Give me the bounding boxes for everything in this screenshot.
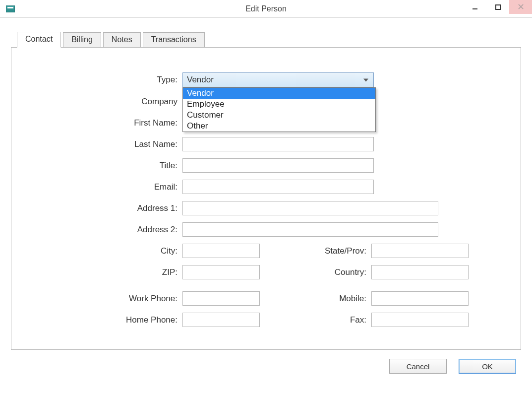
label-work-phone: Work Phone: — [36, 294, 182, 304]
label-type: Type: — [36, 75, 182, 85]
row-email: Email: — [36, 180, 496, 194]
tab-billing[interactable]: Billing — [63, 32, 101, 47]
tab-transactions[interactable]: Transactions — [143, 32, 205, 47]
client-area: Contact Billing Notes Transactions Type:… — [0, 18, 532, 384]
label-first-name: First Name: — [36, 118, 182, 128]
window-controls: ✕ — [464, 0, 532, 14]
cancel-button[interactable]: Cancel — [389, 359, 447, 374]
row-type: Type: Vendor Vendor Employee Customer Ot… — [36, 72, 496, 87]
label-company: Company — [36, 97, 182, 107]
tab-notes[interactable]: Notes — [103, 32, 141, 47]
type-option-customer[interactable]: Customer — [183, 110, 375, 121]
zip-input[interactable] — [182, 265, 260, 279]
address2-input[interactable] — [182, 222, 438, 237]
tabstrip: Contact Billing Notes Transactions — [17, 32, 521, 47]
type-option-other[interactable]: Other — [183, 121, 375, 132]
country-input[interactable] — [371, 265, 469, 279]
label-title: Title: — [36, 161, 182, 171]
tab-contact[interactable]: Contact — [17, 32, 61, 48]
row-homephone-fax: Home Phone: Fax: — [36, 313, 496, 327]
titlebar: Edit Person ✕ — [0, 0, 532, 18]
label-email: Email: — [36, 182, 182, 192]
type-option-employee[interactable]: Employee — [183, 99, 375, 110]
row-city-state: City: State/Prov: — [36, 244, 496, 258]
label-zip: ZIP: — [36, 267, 182, 277]
label-mobile: Mobile: — [260, 294, 371, 304]
type-combobox[interactable]: Vendor — [182, 72, 374, 87]
last-name-input[interactable] — [182, 137, 374, 151]
label-fax: Fax: — [260, 315, 371, 325]
window-title: Edit Person — [245, 4, 287, 13]
type-combobox-value: Vendor — [187, 75, 214, 85]
home-phone-input[interactable] — [182, 313, 260, 327]
work-phone-input[interactable] — [182, 291, 260, 306]
label-home-phone: Home Phone: — [36, 315, 182, 325]
label-country: Country: — [260, 267, 371, 277]
state-input[interactable] — [371, 244, 469, 258]
label-address1: Address 1: — [36, 203, 182, 213]
label-city: City: — [36, 246, 182, 256]
fax-input[interactable] — [371, 313, 469, 327]
tab-panel-contact: Type: Vendor Vendor Employee Customer Ot… — [11, 47, 521, 350]
label-state: State/Prov: — [260, 246, 371, 256]
mobile-input[interactable] — [371, 291, 469, 306]
address1-input[interactable] — [182, 201, 438, 215]
row-title: Title: — [36, 158, 496, 173]
maximize-button[interactable] — [486, 0, 509, 14]
city-input[interactable] — [182, 244, 260, 258]
type-option-vendor[interactable]: Vendor — [183, 88, 375, 99]
dialog-button-row: Cancel OK — [11, 359, 521, 374]
email-input[interactable] — [182, 180, 374, 194]
row-zip-country: ZIP: Country: — [36, 265, 496, 279]
row-workphone-mobile: Work Phone: Mobile: — [36, 291, 496, 306]
row-address2: Address 2: — [36, 222, 496, 237]
row-address1: Address 1: — [36, 201, 496, 215]
chevron-down-icon — [363, 79, 368, 82]
ok-button[interactable]: OK — [459, 359, 516, 374]
type-dropdown-list: Vendor Employee Customer Other — [182, 87, 376, 132]
title-input[interactable] — [182, 158, 374, 173]
row-last-name: Last Name: — [36, 137, 496, 151]
label-last-name: Last Name: — [36, 139, 182, 149]
minimize-button[interactable] — [464, 0, 486, 14]
close-button[interactable]: ✕ — [509, 0, 532, 14]
label-address2: Address 2: — [36, 225, 182, 235]
app-icon — [6, 5, 15, 12]
